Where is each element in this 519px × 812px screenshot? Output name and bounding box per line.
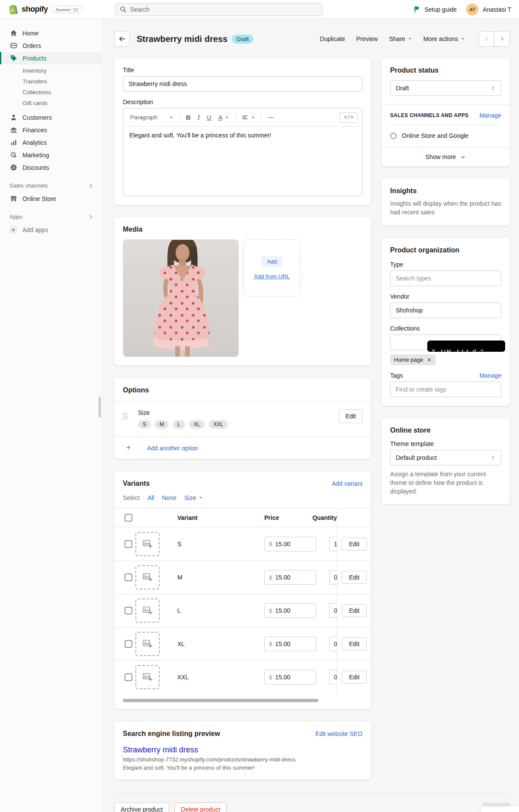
back-button[interactable] <box>114 31 130 47</box>
delete-product-button[interactable]: Delete product <box>174 802 227 812</box>
quantity-input[interactable] <box>330 640 337 647</box>
bold-button[interactable]: B <box>183 112 194 123</box>
edit-variant-button[interactable]: Edit <box>342 671 367 684</box>
edit-website-seo-link[interactable]: Edit website SEO <box>315 730 362 737</box>
add-media-dropzone[interactable]: Add Add from URL <box>243 239 301 296</box>
select-none-link[interactable]: None <box>162 494 176 501</box>
sidebar-item-marketing[interactable]: Marketing <box>0 149 102 161</box>
price-input[interactable] <box>275 640 311 647</box>
row-checkbox[interactable] <box>125 540 132 548</box>
variant-image-placeholder[interactable] <box>135 532 160 556</box>
sales-channels-header[interactable]: Sales channels <box>0 179 102 192</box>
row-checkbox[interactable] <box>125 607 132 615</box>
quantity-field-clipped[interactable] <box>329 537 337 551</box>
search-input[interactable] <box>130 6 318 13</box>
variant-image-placeholder[interactable] <box>135 632 160 656</box>
text-color-button[interactable]: A <box>215 112 233 123</box>
add-variant-link[interactable]: Add variant <box>332 480 362 487</box>
sidebar-item-customers[interactable]: Customers <box>0 111 102 124</box>
variant-image-placeholder[interactable] <box>135 599 160 623</box>
theme-template-select[interactable]: Default product <box>390 450 501 465</box>
help-widget-clipped[interactable] <box>481 806 519 812</box>
sidebar-item-analytics[interactable]: Analytics <box>0 136 102 149</box>
type-input[interactable] <box>390 271 501 286</box>
manage-channels-link[interactable]: Manage <box>479 112 501 119</box>
description-input[interactable]: Elegant and soft. You'll be a princess o… <box>123 127 362 196</box>
quantity-field-clipped[interactable] <box>329 603 337 618</box>
account-menu[interactable]: AT Anastasi T <box>466 3 511 16</box>
remove-tag-icon[interactable] <box>427 357 432 362</box>
edit-option-button[interactable]: Edit <box>339 409 362 423</box>
show-more-button[interactable]: Show more <box>390 147 501 166</box>
next-product-button[interactable] <box>494 32 509 46</box>
add-another-option-row[interactable]: + Add another option <box>114 436 371 459</box>
alignment-button[interactable] <box>238 112 259 122</box>
share-button[interactable]: Share <box>389 35 412 42</box>
edit-variant-button[interactable]: Edit <box>342 637 367 650</box>
sidebar-item-transfers[interactable]: Transfers <box>0 76 102 87</box>
price-field[interactable]: $ <box>264 537 316 551</box>
shopify-logo[interactable]: S shopify Summer '22 <box>8 4 115 15</box>
select-all-link[interactable]: All <box>147 494 154 501</box>
paragraph-style-dropdown[interactable]: Paragraph <box>127 112 177 122</box>
price-field[interactable]: $ <box>264 603 316 618</box>
show-html-button[interactable]: </> <box>340 112 358 123</box>
prev-product-button[interactable] <box>479 32 494 46</box>
drag-handle-icon[interactable] <box>123 413 128 420</box>
variant-image-placeholder[interactable] <box>135 665 160 689</box>
price-field[interactable]: $ <box>264 670 316 685</box>
quantity-field-clipped[interactable] <box>329 637 337 651</box>
quantity-input[interactable] <box>330 674 337 681</box>
quantity-field-clipped[interactable] <box>329 670 337 685</box>
select-all-checkbox[interactable] <box>125 514 132 522</box>
edit-variant-button[interactable]: Edit <box>342 538 367 551</box>
product-photo[interactable] <box>123 239 239 357</box>
sidebar-item-inventory[interactable]: Inventory <box>0 65 102 76</box>
price-field[interactable]: $ <box>264 570 316 585</box>
tags-input[interactable] <box>390 382 501 397</box>
quantity-input[interactable] <box>330 607 337 614</box>
sidebar-item-gift-cards[interactable]: Gift cards <box>0 98 102 108</box>
archive-product-button[interactable]: Archive product <box>114 802 169 812</box>
select-size-dropdown[interactable]: Size <box>184 494 203 501</box>
sidebar-item-finances[interactable]: Finances <box>0 124 102 136</box>
edit-variant-button[interactable]: Edit <box>342 604 367 617</box>
row-checkbox[interactable] <box>125 640 132 648</box>
apps-header[interactable]: Apps <box>0 210 102 223</box>
quantity-input[interactable] <box>330 574 337 581</box>
price-field[interactable]: $ <box>264 637 316 651</box>
add-from-url-link[interactable]: Add from URL <box>254 273 289 280</box>
vendor-input[interactable] <box>390 303 501 318</box>
manage-tags-link[interactable]: Manage <box>479 372 501 379</box>
italic-button[interactable]: I <box>194 112 203 123</box>
sidebar-scrollbar[interactable] <box>99 397 101 417</box>
underline-button[interactable]: U <box>203 112 215 123</box>
price-input[interactable] <box>275 541 311 548</box>
sidebar-item-add-apps[interactable]: Add apps <box>0 223 102 236</box>
sidebar-item-discounts[interactable]: Discounts <box>0 161 102 174</box>
setup-guide-button[interactable]: Setup guide <box>413 6 457 13</box>
global-search[interactable] <box>115 3 323 16</box>
sidebar-item-collections[interactable]: Collections <box>0 87 102 98</box>
edit-variant-button[interactable]: Edit <box>342 571 367 584</box>
horizontal-scrollbar[interactable] <box>123 699 318 702</box>
price-input[interactable] <box>275 674 311 681</box>
duplicate-button[interactable]: Duplicate <box>320 35 345 42</box>
title-input[interactable] <box>123 76 362 92</box>
price-input[interactable] <box>275 574 311 581</box>
variant-image-placeholder[interactable] <box>135 565 160 589</box>
row-checkbox[interactable] <box>125 673 132 681</box>
price-input[interactable] <box>275 607 311 614</box>
product-status-select[interactable]: Draft <box>390 80 501 96</box>
sidebar-item-orders[interactable]: Orders <box>0 39 102 52</box>
sidebar-item-home[interactable]: Home <box>0 27 102 39</box>
row-checkbox[interactable] <box>125 573 132 581</box>
more-actions-button[interactable]: More actions <box>423 35 465 42</box>
add-media-button[interactable]: Add <box>261 256 282 267</box>
more-formatting-button[interactable] <box>264 112 278 123</box>
preview-button[interactable]: Preview <box>356 35 378 42</box>
quantity-input[interactable] <box>330 541 337 548</box>
quantity-field-clipped[interactable] <box>329 570 337 585</box>
sidebar-item-products[interactable]: Products <box>0 52 102 64</box>
sidebar-item-online-store[interactable]: Online Store <box>0 192 102 205</box>
